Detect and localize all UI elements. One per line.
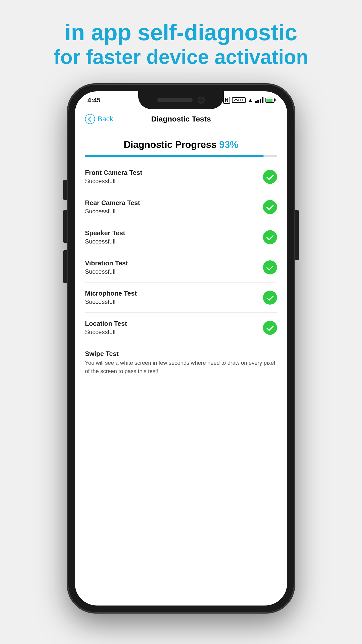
phone-mockup: 4:45 ⊙ ● N ✉ N VoLTE ▲	[68, 84, 294, 613]
app-content: Back Diagnostic Tests Diagnostic Progres…	[75, 109, 287, 606]
test-status-vibration: Successfull	[85, 268, 263, 275]
header-line1: in app self-diagnostic	[54, 20, 308, 45]
check-icon-speaker	[263, 230, 277, 244]
test-item-rear-camera: Rear Camera Test Successfull	[85, 192, 277, 222]
test-name-microphone: Microphone Test	[85, 290, 263, 297]
battery-icon	[265, 98, 275, 103]
navigation-bar: Back Diagnostic Tests	[75, 109, 287, 129]
test-name-speaker: Speaker Test	[85, 229, 263, 237]
test-item-microphone: Microphone Test Successfull	[85, 283, 277, 313]
progress-title: Diagnostic Progress 93%	[85, 139, 277, 150]
test-name-rear-camera: Rear Camera Test	[85, 199, 263, 207]
status-time: 4:45	[87, 96, 101, 104]
test-item-speaker: Speaker Test Successfull	[85, 222, 277, 252]
power-button	[295, 210, 299, 260]
check-icon-front-camera	[263, 170, 277, 184]
check-icon-vibration	[263, 260, 277, 274]
test-item-swipe: Swipe Test You will see a white screen i…	[85, 343, 277, 382]
test-info-front-camera: Front Camera Test Successfull	[85, 169, 263, 185]
progress-section: Diagnostic Progress 93%	[75, 129, 287, 162]
battery-fill	[266, 99, 273, 102]
check-icon-microphone	[263, 291, 277, 305]
test-status-location: Successfull	[85, 329, 263, 336]
test-info-swipe: Swipe Test You will see a white screen i…	[85, 350, 277, 375]
test-info-rear-camera: Rear Camera Test Successfull	[85, 199, 263, 215]
page-header: in app self-diagnostic for faster device…	[54, 0, 308, 84]
test-info-speaker: Speaker Test Successfull	[85, 229, 263, 245]
progress-label: Diagnostic Progress	[124, 139, 217, 150]
back-button[interactable]: Back	[85, 114, 113, 124]
test-status-rear-camera: Successfull	[85, 208, 263, 215]
speaker-grille	[157, 98, 193, 102]
test-item-location: Location Test Successfull	[85, 313, 277, 343]
volume-up-button	[63, 210, 67, 243]
volte-badge: VoLTE	[232, 97, 246, 103]
nfc-badge: N	[223, 97, 230, 104]
signal-strength-icon	[255, 97, 263, 103]
back-arrow-icon	[85, 114, 95, 124]
phone-frame: 4:45 ⊙ ● N ✉ N VoLTE ▲	[68, 84, 294, 613]
status-icons-right: N VoLTE ▲	[223, 97, 275, 104]
test-info-vibration: Vibration Test Successfull	[85, 259, 263, 275]
progress-percent: 93%	[219, 139, 238, 150]
phone-notch	[138, 91, 224, 109]
check-icon-location	[263, 321, 277, 335]
volume-down-button	[63, 250, 67, 283]
test-status-microphone: Successfull	[85, 298, 263, 305]
test-item-front-camera: Front Camera Test Successfull	[85, 162, 277, 192]
test-name-front-camera: Front Camera Test	[85, 169, 263, 177]
back-label: Back	[98, 115, 113, 123]
test-item-vibration: Vibration Test Successfull	[85, 252, 277, 283]
progress-bar-container	[85, 155, 277, 157]
test-name-location: Location Test	[85, 320, 263, 328]
header-line2: for faster device activation	[54, 45, 308, 69]
volume-mute-button	[63, 180, 67, 200]
test-name-vibration: Vibration Test	[85, 259, 263, 267]
phone-screen: 4:45 ⊙ ● N ✉ N VoLTE ▲	[75, 91, 287, 606]
test-list: Front Camera Test Successfull Rear Camer…	[75, 162, 287, 382]
test-status-front-camera: Successfull	[85, 178, 263, 185]
test-info-microphone: Microphone Test Successfull	[85, 290, 263, 305]
nav-title: Diagnostic Tests	[151, 115, 211, 123]
progress-bar-fill	[85, 155, 264, 157]
check-icon-rear-camera	[263, 200, 277, 214]
test-name-swipe: Swipe Test	[85, 350, 277, 358]
test-status-speaker: Successfull	[85, 238, 263, 245]
wifi-icon: ▲	[248, 97, 253, 103]
test-info-location: Location Test Successfull	[85, 320, 263, 336]
front-camera	[198, 97, 205, 104]
test-description-swipe: You will see a white screen in few secon…	[85, 359, 277, 375]
